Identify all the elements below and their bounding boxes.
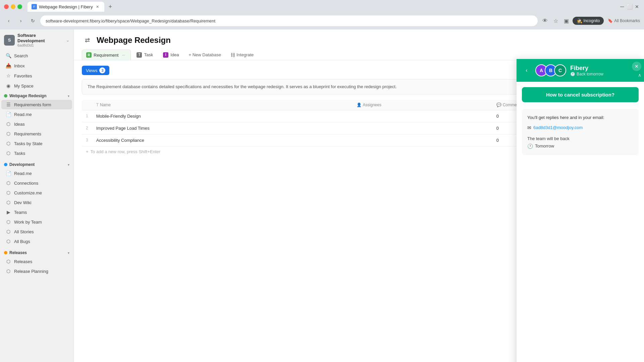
space-header-releases[interactable]: Releases ▾ <box>0 249 73 256</box>
row-name[interactable]: Accessibility Compliance <box>92 134 353 146</box>
layout-icon[interactable]: ▣ <box>562 16 571 25</box>
row-name[interactable]: Improved Page Load Times <box>92 122 353 134</box>
requirements-icon: ⬡ <box>5 131 11 137</box>
sidebar-item-teams[interactable]: ▶ Teams <box>1 207 72 217</box>
all-stories-icon: ⬡ <box>5 229 11 235</box>
refresh-button[interactable]: ↻ <box>28 16 38 25</box>
tab-task[interactable]: T Task <box>132 50 157 60</box>
add-row-text: To add a new row, press Shift+Enter <box>91 149 160 154</box>
maximize-button[interactable] <box>17 4 22 9</box>
restore-window-icon[interactable]: ⬜ <box>627 4 633 10</box>
work-by-team-icon: ⬡ <box>5 219 11 225</box>
sidebar-item-ideas[interactable]: ⬡ Ideas <box>1 119 72 129</box>
space-header-webpage-redesign[interactable]: Webpage Redesign ▾ <box>0 92 73 100</box>
tab-title: Webpage Redesign | Fibery <box>39 4 93 9</box>
integrate-label: Integrate <box>236 52 254 57</box>
search-icon: 🔍 <box>5 53 11 59</box>
workspace-chevron-icon: ⌄ <box>66 38 69 43</box>
sidebar-item-my-space[interactable]: ◉ My Space <box>1 81 72 90</box>
sidebar-item-search[interactable]: 🔍 Search <box>1 51 72 60</box>
chat-brand: Fibery <box>570 65 639 72</box>
row-number: 2 <box>82 122 92 134</box>
chat-header: ‹ A B C Fibery 🕐 Back tomorrow ✕ ∧ <box>517 59 644 82</box>
col-name-header: T Name <box>92 100 353 110</box>
sidebar-item-requirements-form[interactable]: ☰ Requirements form <box>1 100 72 109</box>
active-tab[interactable]: F Webpage Redesign | Fibery ✕ <box>28 2 104 12</box>
screen-reader-icon[interactable]: 👁 <box>540 16 550 25</box>
space-header-development[interactable]: Development ▾ <box>0 161 73 168</box>
address-bar[interactable]: software-development.fibery.io/fibery/sp… <box>40 15 538 26</box>
chat-header-controls: ✕ ∧ <box>632 62 641 78</box>
sidebar-item-customize[interactable]: ⬡ Customize.me <box>1 188 72 197</box>
row-assignees[interactable] <box>353 134 492 146</box>
integrate-icon: ⛓ <box>230 52 235 58</box>
bookmark-icon[interactable]: ☆ <box>551 16 560 25</box>
browser-chrome: F Webpage Redesign | Fibery ✕ + ─ ⬜ ✕ ‹ … <box>0 0 644 29</box>
cancel-subscription-button[interactable]: How to cancel subscription? <box>522 87 639 102</box>
views-button[interactable]: Views 3 <box>82 66 109 75</box>
minimize-window-icon[interactable]: ─ <box>619 4 625 10</box>
task-tab-icon: T <box>137 52 142 58</box>
tab-requirement[interactable]: R Requirement ··· <box>82 50 131 60</box>
chat-close-button[interactable]: ✕ <box>632 62 641 71</box>
sidebar: S Software Development 6ad8d3d1 ⌄ 🔍 Sear… <box>0 29 74 362</box>
tab-favicon: F <box>32 4 37 9</box>
workspace-name: Software Development <box>17 33 63 43</box>
avatar-3: C <box>554 64 566 76</box>
new-database-button[interactable]: + New Database <box>184 50 225 59</box>
back-button[interactable]: ‹ <box>4 16 13 25</box>
sidebar-item-dev-wiki[interactable]: ⬡ Dev Wiki <box>1 198 72 207</box>
app: S Software Development 6ad8d3d1 ⌄ 🔍 Sear… <box>0 29 644 362</box>
reply-info-box: You'll get replies here and in your emai… <box>522 109 639 155</box>
tab-idea[interactable]: I Idea <box>159 50 183 60</box>
sidebar-item-work-by-team[interactable]: ⬡ Work by Team <box>1 217 72 227</box>
sidebar-item-releases[interactable]: ⬡ Releases <box>1 257 72 266</box>
sidebar-item-release-planning[interactable]: ⬡ Release Planning <box>1 266 72 276</box>
row-assignees[interactable] <box>353 110 492 122</box>
forward-button[interactable]: › <box>16 16 25 25</box>
back-time-row: 🕐 Tomorrow <box>527 142 633 150</box>
row-name[interactable]: Mobile-Friendly Design <box>92 110 353 122</box>
close-window-icon[interactable]: ✕ <box>634 4 640 10</box>
page-title-row: ⇄ Webpage Redesign <box>82 35 636 46</box>
comments-col-icon: 💬 <box>496 103 501 107</box>
chat-panel: ‹ A B C Fibery 🕐 Back tomorrow ✕ ∧ <box>517 59 644 362</box>
chat-prev-button[interactable]: ‹ <box>522 66 531 75</box>
browser-controls <box>4 4 22 9</box>
sidebar-item-read-me-wp[interactable]: 📄 Read.me <box>1 110 72 119</box>
space-webpage-redesign: Webpage Redesign ▾ ☰ Requirements form 📄… <box>0 92 73 158</box>
tab-close-button[interactable]: ✕ <box>95 4 100 9</box>
space-releases: Releases ▾ ⬡ Releases ⬡ Release Planning <box>0 249 73 276</box>
releases-icon: ⬡ <box>5 258 11 264</box>
sidebar-item-requirements[interactable]: ⬡ Requirements <box>1 129 72 138</box>
new-tab-button[interactable]: + <box>106 2 115 11</box>
row-number: 1 <box>82 110 92 122</box>
sidebar-item-read-me-dev[interactable]: 📄 Read.me <box>1 169 72 178</box>
chat-collapse-button[interactable]: ∧ <box>638 72 641 78</box>
sidebar-item-all-bugs[interactable]: ⬡ All Bugs <box>1 237 72 246</box>
sidebar-item-connections[interactable]: ⬡ Connections <box>1 178 72 188</box>
requirement-tab-more-icon[interactable]: ··· <box>120 52 126 58</box>
workspace-header[interactable]: S Software Development 6ad8d3d1 ⌄ <box>0 29 73 51</box>
sidebar-item-tasks-by-state[interactable]: ⬡ Tasks by State <box>1 139 72 148</box>
search-label: Search <box>14 53 68 58</box>
minimize-button[interactable] <box>11 4 15 9</box>
sidebar-item-all-stories[interactable]: ⬡ All Stories <box>1 227 72 236</box>
address-text: software-development.fibery.io/fibery/sp… <box>46 18 215 23</box>
assignees-col-label: Assignees <box>363 103 381 107</box>
sidebar-item-tasks-wp[interactable]: ⬡ Tasks <box>1 148 72 158</box>
sidebar-item-favorites[interactable]: ☆ Favorites <box>1 71 72 80</box>
row-assignees[interactable] <box>353 122 492 134</box>
tasks-icon: ⬡ <box>5 150 11 156</box>
page-back-icon[interactable]: ⇄ <box>82 35 93 46</box>
main-content: ⇄ Webpage Redesign R Requirement ··· T T… <box>74 29 644 362</box>
chat-status-text: Back tomorrow <box>577 72 603 76</box>
sidebar-item-inbox[interactable]: 📥 Inbox <box>1 61 72 70</box>
incognito-button[interactable]: 🕵 Incognito <box>573 17 604 25</box>
space-dot-releases-icon <box>4 251 7 254</box>
nav-bar: ‹ › ↻ software-development.fibery.io/fib… <box>0 13 644 28</box>
ideas-icon: ⬡ <box>5 121 11 127</box>
integrate-button[interactable]: ⛓ Integrate <box>226 50 258 60</box>
close-button[interactable] <box>4 4 9 9</box>
back-clock-icon: 🕐 <box>527 142 533 150</box>
